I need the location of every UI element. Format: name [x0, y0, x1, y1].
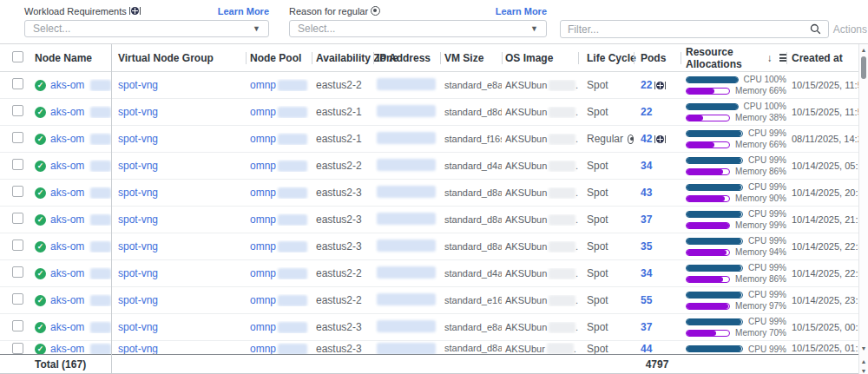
pods-count-link[interactable]: 37 — [641, 213, 652, 226]
node-pool-link[interactable]: omnp — [250, 187, 276, 199]
pods-count-link[interactable]: 44 — [641, 343, 652, 355]
redacted-os-image — [549, 214, 575, 226]
redacted-ip-address — [377, 266, 436, 279]
node-pool-link[interactable]: omnp — [250, 267, 276, 279]
workload-requirements-learn-more-link[interactable]: Learn More — [218, 6, 269, 16]
cpu-usage-bar — [686, 345, 743, 352]
node-pool-link[interactable]: omnp — [250, 294, 276, 306]
virtual-node-group-link[interactable]: spot-vng — [118, 160, 158, 172]
column-menu-icon[interactable] — [779, 54, 786, 62]
select-all-checkbox[interactable] — [12, 51, 23, 62]
actions-button[interactable]: Actions — [833, 23, 867, 36]
virtual-node-group-link[interactable]: spot-vng — [118, 321, 158, 333]
footer-scroll-up-icon[interactable]: ▲ — [859, 358, 868, 365]
node-name-link[interactable]: aks-om — [50, 294, 84, 306]
availability-zone-value: eastus2-1 — [312, 133, 373, 145]
redacted-node-pool — [278, 295, 307, 306]
node-name-link[interactable]: aks-om — [50, 213, 84, 226]
row-checkbox[interactable] — [12, 105, 23, 116]
table-row: ✓ aks-om spot-vng omnp eastus2-2 standar… — [0, 153, 858, 180]
redacted-node-pool — [278, 214, 307, 226]
pods-count-link[interactable]: 42 — [641, 133, 652, 145]
pods-count-link[interactable]: 34 — [641, 267, 652, 279]
reason-for-regular-text: Reason for regular — [289, 6, 368, 16]
pods-count-link[interactable]: 55 — [641, 294, 652, 306]
node-pool-link[interactable]: omnp — [250, 160, 276, 172]
resource-allocations-cell: CPU 99% Memory 86% — [681, 154, 786, 178]
row-checkbox[interactable] — [12, 78, 23, 89]
scroll-down-icon[interactable]: ▼ — [859, 345, 868, 352]
virtual-node-group-link[interactable]: spot-vng — [118, 213, 158, 226]
search-icon[interactable] — [810, 23, 821, 35]
node-name-link[interactable]: aks-om — [50, 321, 84, 333]
memory-usage-label: Memory 90% — [735, 194, 786, 203]
pods-count-link[interactable]: 37 — [641, 321, 652, 333]
row-checkbox[interactable] — [12, 293, 23, 305]
row-checkbox[interactable] — [12, 343, 23, 354]
virtual-node-group-link[interactable]: spot-vng — [118, 240, 158, 253]
memory-usage-label: Memory 94% — [735, 247, 786, 257]
sort-descending-icon[interactable]: ↓ — [766, 52, 772, 64]
virtual-node-group-link[interactable]: spot-vng — [118, 133, 158, 145]
virtual-node-group-link[interactable]: spot-vng — [118, 79, 158, 91]
node-name-link[interactable]: aks-om — [50, 106, 84, 118]
row-checkbox[interactable] — [12, 213, 23, 224]
availability-zone-value: eastus2-1 — [312, 106, 373, 118]
node-pool-link[interactable]: omnp — [250, 79, 276, 91]
node-pool-link[interactable]: omnp — [250, 240, 276, 253]
row-checkbox[interactable] — [12, 266, 23, 278]
pods-count-link[interactable]: 35 — [641, 240, 652, 253]
node-name-link[interactable]: aks-om — [50, 79, 84, 91]
virtual-node-group-link[interactable]: spot-vng — [118, 187, 158, 199]
pods-count-link[interactable]: 22 — [641, 79, 652, 91]
workload-requirements-select[interactable]: Select... ▼ — [24, 20, 269, 37]
os-image-value: AKSUbun — [505, 107, 547, 117]
redacted-ip-address — [377, 293, 436, 305]
node-name-link[interactable]: aks-om — [50, 187, 84, 199]
row-checkbox[interactable] — [12, 159, 23, 170]
pods-count-link[interactable]: 43 — [641, 187, 652, 199]
filter-input[interactable] — [568, 23, 810, 36]
node-name-link[interactable]: aks-om — [50, 133, 84, 145]
table-row: ✓ aks-om spot-vng omnp eastus2-3 standar… — [0, 233, 858, 260]
pods-count-link[interactable]: 22 — [641, 106, 652, 118]
life-cycle-value: Spot — [587, 294, 608, 306]
footer-scroll-down-icon[interactable]: ▼ — [859, 368, 868, 374]
created-at-value: 10/14/2025, 22:3... — [786, 241, 858, 252]
created-at-value: 10/15/2025, 00:2... — [786, 322, 858, 332]
redacted-node-name — [90, 107, 111, 118]
node-name-link[interactable]: aks-om — [50, 240, 84, 253]
cpu-usage-label: CPU 99% — [748, 317, 786, 326]
virtual-node-group-link[interactable]: spot-vng — [118, 343, 158, 355]
vm-size-value: standard_f16s_v2 — [440, 134, 502, 144]
row-checkbox[interactable] — [12, 132, 23, 143]
node-name-link[interactable]: aks-om — [50, 343, 84, 355]
vertical-scrollbar[interactable]: ▲ ▼ ▲ ▼ — [858, 44, 868, 374]
node-name-link[interactable]: aks-om — [50, 160, 84, 172]
virtual-node-group-link[interactable]: spot-vng — [118, 106, 158, 118]
reason-for-regular-learn-more-link[interactable]: Learn More — [496, 6, 547, 16]
chevron-down-icon: ▼ — [253, 24, 260, 33]
node-pool-link[interactable]: omnp — [250, 321, 276, 333]
row-checkbox[interactable] — [12, 320, 23, 331]
virtual-node-group-link[interactable]: spot-vng — [118, 294, 158, 306]
os-image-value: AKSUbun — [505, 322, 547, 332]
row-checkbox[interactable] — [12, 186, 23, 197]
scrollbar-thumb[interactable] — [861, 56, 866, 79]
node-pool-link[interactable]: omnp — [250, 213, 276, 226]
os-image-value: AKSUbun — [505, 134, 547, 144]
redacted-ip-address — [377, 105, 436, 117]
scroll-up-icon[interactable]: ▲ — [859, 47, 868, 54]
node-pool-link[interactable]: omnp — [250, 133, 276, 145]
node-name-link[interactable]: aks-om — [50, 267, 84, 279]
redacted-os-image — [549, 134, 575, 145]
node-pool-link[interactable]: omnp — [250, 106, 276, 118]
row-checkbox[interactable] — [12, 239, 23, 251]
pods-count-link[interactable]: 34 — [641, 160, 652, 172]
virtual-node-group-link[interactable]: spot-vng — [118, 267, 158, 279]
life-cycle-value: Spot — [587, 160, 608, 172]
column-header-node-pool: Node Pool — [246, 52, 312, 64]
workload-requirements-group: Workload Requirements Learn More Select.… — [24, 5, 269, 37]
node-pool-link[interactable]: omnp — [250, 343, 276, 355]
reason-for-regular-select[interactable]: Select... ▼ — [289, 20, 547, 37]
